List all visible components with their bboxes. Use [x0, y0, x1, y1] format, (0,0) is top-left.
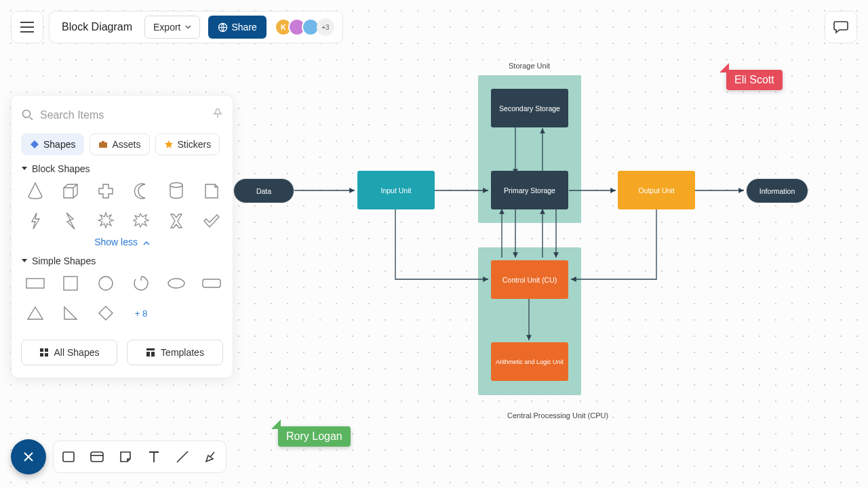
chevron-up-icon — [143, 241, 150, 245]
share-label: Share — [232, 22, 257, 33]
svg-point-4 — [170, 183, 182, 188]
all-shapes-button[interactable]: All Shapes — [21, 340, 117, 365]
svg-rect-18 — [91, 452, 103, 462]
share-button[interactable]: Share — [208, 16, 267, 39]
svg-point-1 — [23, 110, 31, 118]
svg-rect-13 — [45, 353, 48, 357]
tab-label: Assets — [112, 139, 140, 150]
svg-rect-15 — [146, 352, 150, 357]
search-icon — [21, 108, 35, 122]
svg-rect-12 — [40, 353, 43, 357]
shape-cylinder[interactable] — [162, 180, 191, 203]
section-label: Simple Shapes — [32, 256, 96, 266]
svg-rect-6 — [64, 277, 77, 290]
tab-label: Shapes — [43, 139, 75, 150]
svg-rect-16 — [151, 352, 155, 357]
svg-rect-3 — [102, 141, 104, 143]
comments-button[interactable] — [825, 11, 857, 43]
shape-right-triangle[interactable] — [56, 302, 85, 325]
simple-shapes-more[interactable]: + 8 — [127, 302, 155, 325]
templates-button[interactable]: Templates — [127, 340, 223, 365]
shape-x[interactable] — [162, 209, 191, 232]
svg-point-7 — [99, 277, 113, 290]
section-label: Block Shapes — [32, 163, 90, 174]
document-header-card: Block Diagram Export Share K +3 — [49, 11, 343, 43]
chevron-down-icon — [21, 166, 28, 171]
chevron-down-icon — [21, 258, 28, 264]
svg-rect-5 — [26, 279, 44, 288]
close-fab-button[interactable] — [11, 439, 46, 474]
search-row — [21, 105, 223, 125]
shape-checkmark[interactable] — [197, 209, 226, 232]
svg-rect-10 — [40, 348, 43, 352]
hamburger-icon — [20, 22, 34, 33]
svg-rect-14 — [146, 348, 155, 350]
speech-bubble-icon — [833, 20, 848, 34]
export-button[interactable]: Export — [144, 16, 199, 39]
shape-cross[interactable] — [92, 180, 120, 203]
svg-rect-2 — [99, 142, 107, 148]
collaborator-avatars[interactable]: K +3 — [275, 18, 334, 36]
globe-icon — [218, 22, 228, 33]
shapes-panel: Shapes Assets Stickers Block Shapes Show… — [11, 95, 233, 378]
shape-circle[interactable] — [92, 272, 120, 295]
panel-tabs: Shapes Assets Stickers — [21, 134, 223, 155]
tab-assets[interactable]: Assets — [90, 134, 149, 155]
shape-arc[interactable] — [127, 272, 155, 295]
template-icon — [146, 348, 155, 357]
shape-moon[interactable] — [127, 180, 155, 203]
export-label: Export — [153, 22, 180, 33]
svg-rect-9 — [203, 279, 220, 287]
pin-icon[interactable] — [212, 108, 223, 122]
tool-rectangle[interactable] — [60, 449, 77, 465]
close-icon — [22, 451, 35, 463]
chevron-down-icon — [185, 25, 191, 29]
all-shapes-label: All Shapes — [54, 347, 100, 358]
tool-text[interactable] — [146, 449, 162, 465]
tool-sticky-note[interactable] — [117, 449, 134, 465]
tool-line[interactable] — [174, 449, 191, 465]
avatar-overflow-count[interactable]: +3 — [317, 18, 334, 36]
shape-diamond[interactable] — [92, 302, 120, 325]
shape-rounded-rect[interactable] — [197, 272, 226, 295]
hamburger-menu-button[interactable] — [11, 11, 43, 43]
section-simple-shapes[interactable]: Simple Shapes — [21, 256, 223, 266]
collaborator-cursor-eli: Eli Scott — [726, 70, 783, 90]
tab-shapes[interactable]: Shapes — [21, 134, 84, 155]
shape-rectangle[interactable] — [21, 272, 50, 295]
document-title[interactable]: Block Diagram — [58, 21, 136, 33]
shape-lightning-bolt[interactable] — [56, 209, 85, 232]
shape-explosion[interactable] — [127, 209, 155, 232]
tab-stickers[interactable]: Stickers — [155, 134, 220, 155]
tool-pen[interactable] — [203, 449, 219, 465]
show-less-link[interactable]: Show less — [21, 237, 223, 247]
top-bar: Block Diagram Export Share K +3 — [11, 11, 343, 43]
search-input[interactable] — [39, 105, 208, 125]
collaborator-cursor-rory: Rory Logan — [278, 426, 351, 447]
panel-footer: All Shapes Templates — [21, 340, 223, 365]
diamond-icon — [30, 140, 39, 149]
shape-square[interactable] — [56, 272, 85, 295]
simple-shapes-grid: + 8 — [21, 272, 223, 325]
star-icon — [164, 140, 174, 149]
tab-label: Stickers — [178, 139, 212, 150]
shape-ellipse[interactable] — [162, 272, 191, 295]
shape-lightning[interactable] — [21, 209, 50, 232]
shape-triangle[interactable] — [21, 302, 50, 325]
grid-icon — [39, 348, 49, 357]
templates-label: Templates — [161, 347, 204, 358]
svg-rect-17 — [63, 452, 74, 462]
block-shapes-grid — [21, 180, 223, 232]
svg-point-8 — [168, 279, 184, 288]
shape-folded-corner[interactable] — [197, 180, 226, 203]
shape-burst[interactable] — [92, 209, 120, 232]
section-block-shapes[interactable]: Block Shapes — [21, 163, 223, 174]
tool-card[interactable] — [89, 449, 105, 465]
briefcase-icon — [98, 140, 108, 148]
svg-rect-11 — [45, 348, 48, 352]
shape-cube[interactable] — [56, 180, 85, 203]
bottom-toolbar — [53, 441, 226, 473]
shape-cone[interactable] — [21, 180, 50, 203]
